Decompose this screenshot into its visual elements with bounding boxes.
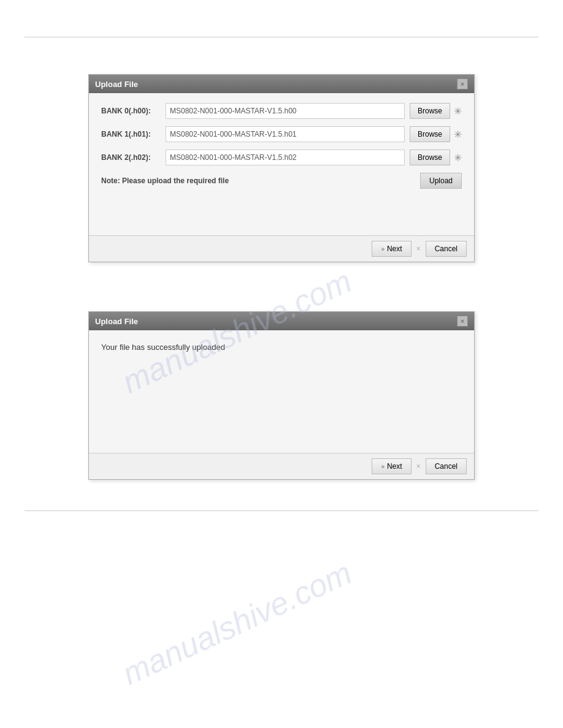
bank2-label: BANK 2(.h02): xyxy=(101,153,166,162)
dialog1-next-label: Next xyxy=(387,245,402,253)
dialog2-cancel-label: Cancel xyxy=(435,462,458,471)
bank1-label: BANK 1(.h01): xyxy=(101,130,166,138)
bank1-row: BANK 1(.h01): Browse ✳ xyxy=(101,126,462,142)
dialog2-cancel-button[interactable]: Cancel xyxy=(426,458,467,474)
dialog1: Upload File × BANK 0(.h00): Browse ✳ BAN… xyxy=(88,74,475,262)
bank0-spinner-icon: ✳ xyxy=(454,105,462,117)
dialog1-next-button[interactable]: » Next xyxy=(372,241,411,257)
dialog2-spacer xyxy=(101,354,462,440)
upload-button[interactable]: Upload xyxy=(420,173,462,189)
dialog2-title: Upload File xyxy=(95,317,138,326)
dialog1-header: Upload File × xyxy=(89,75,474,93)
dialog2: Upload File × Your file has successfully… xyxy=(88,311,475,480)
dialog2-next-button[interactable]: » Next xyxy=(372,458,411,474)
bank2-browse-button[interactable]: Browse xyxy=(410,150,450,165)
dialog2-footer-separator: × xyxy=(416,462,421,471)
page-container: manualshive.com manualshive.com Upload F… xyxy=(0,37,563,728)
bank0-browse-button[interactable]: Browse xyxy=(410,103,450,119)
watermark-text-2: manualshive.com xyxy=(117,554,357,692)
top-rule xyxy=(25,37,538,37)
dialog2-footer: » Next × Cancel xyxy=(89,453,474,479)
dialog2-area: Upload File × Your file has successfully… xyxy=(0,293,563,480)
dialog2-next-icon: » xyxy=(381,463,385,470)
note-row: Note: Please upload the required file Up… xyxy=(101,173,462,189)
dialog2-next-label: Next xyxy=(387,462,402,471)
dialog1-next-icon: » xyxy=(381,246,385,252)
bank0-row: BANK 0(.h00): Browse ✳ xyxy=(101,103,462,119)
dialog1-spacer xyxy=(89,199,474,235)
dialog1-cancel-button[interactable]: Cancel xyxy=(426,241,467,257)
bank1-input[interactable] xyxy=(166,126,405,142)
bank0-label: BANK 0(.h00): xyxy=(101,107,166,115)
bank2-input[interactable] xyxy=(166,150,405,165)
bottom-rule xyxy=(25,510,538,511)
note-prefix: Note: xyxy=(101,176,120,185)
success-message: Your file has successfully uploaded xyxy=(101,340,462,354)
dialog1-title: Upload File xyxy=(95,80,138,89)
dialog1-footer-separator: × xyxy=(416,245,421,253)
bank1-spinner-icon: ✳ xyxy=(454,129,462,140)
note-body: Please upload the required file xyxy=(120,176,229,185)
dialog1-footer: » Next × Cancel xyxy=(89,235,474,262)
dialog2-header: Upload File × xyxy=(89,312,474,330)
dialog1-close-button[interactable]: × xyxy=(457,78,468,89)
dialog2-close-button[interactable]: × xyxy=(457,316,468,327)
dialog1-area: Upload File × BANK 0(.h00): Browse ✳ BAN… xyxy=(0,56,563,262)
bank1-browse-button[interactable]: Browse xyxy=(410,126,450,142)
dialog1-cancel-label: Cancel xyxy=(435,245,458,253)
dialog2-body: Your file has successfully uploaded xyxy=(89,330,474,453)
dialog1-body: BANK 0(.h00): Browse ✳ BANK 1(.h01): Bro… xyxy=(89,93,474,199)
bank2-spinner-icon: ✳ xyxy=(454,152,462,164)
note-text: Note: Please upload the required file xyxy=(101,176,229,185)
bank0-input[interactable] xyxy=(166,103,405,119)
bank2-row: BANK 2(.h02): Browse ✳ xyxy=(101,150,462,165)
